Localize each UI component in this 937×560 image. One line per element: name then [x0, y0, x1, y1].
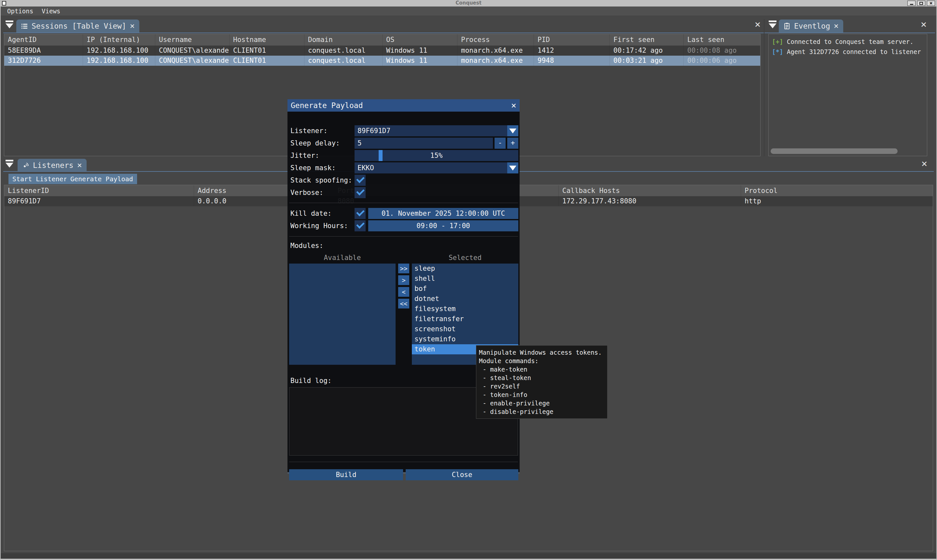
kill-date-checkbox[interactable]: [354, 208, 365, 219]
table-row[interactable]: 312D7726192.168.168.100CONQUEST\alexande…: [4, 55, 760, 66]
title-bar: Conquest ×: [0, 0, 937, 6]
dock-float-icon[interactable]: [768, 20, 777, 29]
column-header[interactable]: Callback Hosts: [559, 185, 741, 196]
listeners-panel-close-button[interactable]: ×: [920, 160, 929, 168]
eventlog-output: [+] Connected to Conquest team server.[*…: [768, 34, 927, 156]
column-header[interactable]: PID: [534, 34, 610, 46]
generate-payload-button[interactable]: Generate Payload: [66, 174, 137, 184]
window-title: Conquest: [0, 0, 937, 6]
tab-listeners[interactable]: Listeners ×: [18, 159, 86, 172]
maximize-icon: [919, 2, 923, 5]
tooltip-line: Module commands:: [479, 357, 604, 365]
module-item-filetransfer[interactable]: filetransfer: [412, 314, 518, 324]
chevron-down-icon[interactable]: [507, 125, 518, 136]
jitter-slider[interactable]: 15%: [354, 150, 518, 161]
verbose-checkbox[interactable]: [354, 187, 365, 198]
dialog-close-icon[interactable]: ×: [511, 99, 516, 112]
eventlog-panel-close-button[interactable]: ×: [919, 20, 928, 29]
listener-value: 89F691D7: [354, 127, 507, 135]
menu-item-views[interactable]: Views: [42, 8, 60, 15]
column-header[interactable]: Hostname: [230, 34, 304, 46]
column-header[interactable]: Username: [155, 34, 230, 46]
sleep-delay-decrement-button[interactable]: -: [495, 138, 505, 149]
module-item-screenshot[interactable]: screenshot: [412, 324, 518, 334]
move-left-button[interactable]: <: [398, 287, 409, 297]
listener-select[interactable]: 89F691D7: [354, 125, 518, 136]
column-header[interactable]: AgentID: [4, 34, 83, 46]
column-header[interactable]: OS: [382, 34, 458, 46]
modules-label: Modules:: [290, 240, 323, 251]
build-log-label: Build log:: [290, 375, 331, 386]
dock-float-icon[interactable]: [5, 160, 14, 168]
cell: http: [741, 196, 933, 206]
move-right-button[interactable]: >: [398, 275, 409, 285]
sessions-table-body: 58EE89DA192.168.168.100CONQUEST\alexande…: [4, 46, 760, 66]
tab-eventlog-close-icon[interactable]: ×: [834, 22, 839, 29]
module-item-dotnet[interactable]: dotnet: [412, 294, 518, 304]
menu-item-options[interactable]: Options: [7, 8, 33, 15]
module-item-filesystem[interactable]: filesystem: [412, 304, 518, 314]
column-header[interactable]: Protocol: [741, 185, 933, 196]
column-header[interactable]: First seen: [610, 34, 684, 46]
move-all-left-button[interactable]: <<: [398, 299, 409, 308]
cell: CLIENT01: [230, 55, 304, 66]
sleep-delay-input[interactable]: 5: [354, 138, 493, 149]
column-header[interactable]: Process: [458, 34, 534, 46]
cell: CONQUEST\alexander: [155, 46, 230, 55]
column-header[interactable]: Domain: [304, 34, 382, 46]
cell: 00:17:42 ago: [610, 46, 684, 55]
app-window: Conquest × OptionsViews Sessions [Table …: [0, 0, 937, 560]
module-item-shell[interactable]: shell: [412, 274, 518, 284]
status-strip: [1, 553, 936, 559]
working-hours-picker[interactable]: 09:00 - 17:00: [368, 220, 518, 231]
cell: 312D7726: [4, 55, 83, 66]
tab-sessions[interactable]: Sessions [Table View] ×: [16, 20, 139, 32]
cell: CLIENT01: [230, 46, 304, 55]
column-header[interactable]: Last seen: [684, 34, 761, 46]
top-dock-accent-line: [3, 32, 935, 33]
close-window-button[interactable]: ×: [927, 1, 935, 6]
close-button[interactable]: Close: [406, 469, 518, 480]
maximize-button[interactable]: [917, 1, 925, 6]
tab-eventlog-label: Eventlog: [794, 22, 830, 30]
start-listener-button[interactable]: Start Listener: [8, 174, 71, 184]
cell: 172.29.177.43:8080: [559, 196, 741, 206]
cell: 192.168.168.100: [83, 46, 155, 55]
eventlog-horizontal-scrollbar[interactable]: [771, 148, 898, 154]
module-transfer-buttons: >>><<<: [398, 263, 409, 308]
dialog-title-bar[interactable]: Generate Payload ×: [288, 99, 519, 112]
sessions-table-header: AgentIDIP (Internal)UsernameHostnameDoma…: [4, 34, 760, 46]
tab-sessions-close-icon[interactable]: ×: [130, 22, 135, 29]
kill-date-picker[interactable]: 01. November 2025 12:00:00 UTC: [368, 208, 518, 219]
tab-eventlog[interactable]: Eventlog ×: [779, 20, 843, 32]
column-header[interactable]: IP (Internal): [83, 34, 155, 46]
chevron-down-icon[interactable]: [507, 162, 518, 174]
stack-spoofing-checkbox[interactable]: [354, 175, 365, 186]
cell: conquest.local: [304, 46, 382, 55]
verbose-label: Verbose:: [290, 187, 323, 198]
table-list-icon: [21, 22, 28, 29]
sleep-delay-label: Sleep delay:: [290, 138, 340, 149]
log-prefix: [*]: [772, 48, 783, 55]
sessions-panel-close-button[interactable]: ×: [754, 20, 762, 29]
module-item-sleep[interactable]: sleep: [412, 263, 518, 274]
move-all-right-button[interactable]: >>: [398, 263, 409, 273]
selected-modules-header: Selected: [412, 254, 518, 262]
tab-listeners-close-icon[interactable]: ×: [77, 162, 82, 169]
top-dock-splitter[interactable]: [764, 19, 764, 156]
sleep-mask-select[interactable]: EKKO: [354, 162, 518, 174]
module-item-bof[interactable]: bof: [412, 284, 518, 294]
tab-sessions-label: Sessions [Table View]: [32, 22, 126, 30]
minimize-button[interactable]: [908, 1, 915, 6]
sleep-delay-increment-button[interactable]: +: [507, 138, 518, 149]
tooltip-line: - disable-privilege: [479, 408, 604, 416]
dock-float-icon[interactable]: [5, 20, 14, 29]
build-button[interactable]: Build: [289, 469, 403, 480]
cell: 89F691D7: [4, 196, 194, 206]
available-modules-header: Available: [289, 254, 396, 262]
table-row[interactable]: 58EE89DA192.168.168.100CONQUEST\alexande…: [4, 46, 760, 55]
column-header[interactable]: ListenerID: [4, 185, 194, 196]
module-item-systeminfo[interactable]: systeminfo: [412, 334, 518, 344]
working-hours-checkbox[interactable]: [354, 220, 365, 231]
available-modules-list[interactable]: [289, 263, 396, 365]
